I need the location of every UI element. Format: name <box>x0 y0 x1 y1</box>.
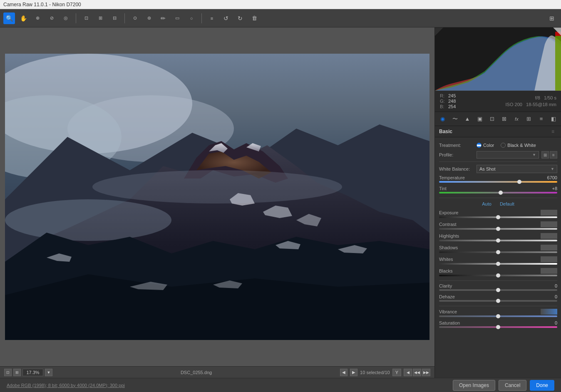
profile-list-icon[interactable]: ≡ <box>550 151 557 159</box>
hand-tool-btn[interactable]: ✋ <box>17 12 29 24</box>
toolbar-right: ⊞ <box>546 12 558 24</box>
dehaze-track[interactable] <box>439 300 557 302</box>
prev-image-btn[interactable]: ◀ <box>340 369 348 376</box>
auto-btn[interactable]: Auto <box>482 201 491 206</box>
vibrance-slider-row: Vibrance <box>435 308 561 320</box>
filmstrip-view-btn3[interactable]: ▶▶ <box>422 369 430 376</box>
image-container[interactable]: ! <box>0 27 434 366</box>
treatment-label: Treatment: <box>439 143 477 148</box>
zoom-square-btn2[interactable]: ⊞ <box>13 369 21 376</box>
adj-brush-btn[interactable]: ✏ <box>157 12 169 24</box>
dehaze-thumb[interactable] <box>496 299 500 303</box>
whites-value <box>541 256 557 262</box>
color-radio[interactable] <box>477 143 482 148</box>
temperature-track[interactable] <box>439 181 557 183</box>
trash-btn[interactable]: 🗑 <box>248 12 260 24</box>
crop-btn[interactable]: ⊡ <box>80 12 92 24</box>
radial-filter-btn[interactable]: ○ <box>186 12 197 24</box>
straighten-btn[interactable]: ⊞ <box>94 12 106 24</box>
split-toning-tool[interactable]: ▣ <box>475 114 485 124</box>
dehaze-slider-row: Dehaze 0 <box>435 293 561 304</box>
next-image-btn[interactable]: ▶ <box>350 369 357 376</box>
highlights-track[interactable] <box>439 240 557 241</box>
default-btn[interactable]: Default <box>500 201 514 206</box>
profile-grid-icon[interactable]: ⊞ <box>541 151 549 159</box>
contrast-thumb[interactable] <box>496 227 500 231</box>
detail-tool[interactable]: ⊡ <box>487 114 497 124</box>
filmstrip-view-btn1[interactable]: ◀ <box>404 369 412 376</box>
tint-track[interactable] <box>439 192 557 194</box>
done-btn[interactable]: Done <box>530 380 554 391</box>
blacks-value <box>541 268 557 274</box>
targeted-adj-btn[interactable]: ◎ <box>60 12 72 24</box>
rgb-values: R: 245 G: 248 B: 254 <box>440 93 456 109</box>
vibrance-track[interactable] <box>439 315 557 317</box>
filmstrip-view-btn2[interactable]: ◀◀ <box>413 369 421 376</box>
color-option-label: Color <box>483 143 494 148</box>
exposure-thumb[interactable] <box>496 215 500 219</box>
tint-thumb[interactable] <box>499 191 503 195</box>
shadows-thumb[interactable] <box>496 250 500 254</box>
rotate-cw-btn[interactable]: ↻ <box>234 12 246 24</box>
profile-dropdown[interactable]: ▼ <box>477 151 539 159</box>
whites-slider-row: Whites <box>435 256 561 267</box>
blacks-track[interactable] <box>439 275 557 276</box>
cancel-btn[interactable]: Cancel <box>499 380 526 391</box>
graduated-filter-btn[interactable]: ▭ <box>171 12 183 24</box>
fullscreen-btn[interactable]: ⊞ <box>546 12 558 24</box>
transform-btn[interactable]: ⊟ <box>109 12 120 24</box>
bottom-buttons: Open Images Cancel Done <box>453 380 554 391</box>
wb-label: White Balance: <box>439 166 477 171</box>
shadows-track[interactable] <box>439 251 557 253</box>
color-radio-option[interactable]: Color <box>477 143 494 148</box>
histogram-chart <box>435 27 561 91</box>
temperature-thumb[interactable] <box>517 180 521 184</box>
highlights-thumb[interactable] <box>496 238 500 243</box>
blacks-thumb[interactable] <box>496 273 500 278</box>
saturation-value: 0 <box>541 320 557 325</box>
saturation-track[interactable] <box>439 326 557 328</box>
temperature-slider-row: Temperature 6700 <box>435 174 561 185</box>
wb-dropdown[interactable]: As Shot ▼ <box>477 165 557 173</box>
wb-tool-btn[interactable]: ⊕ <box>32 12 43 24</box>
clarity-track[interactable] <box>439 289 557 291</box>
zoom-dropdown-btn[interactable]: ▼ <box>45 369 52 376</box>
zoom-square-btn1[interactable]: ⊡ <box>4 369 12 376</box>
clarity-slider-row: Clarity 0 <box>435 283 561 293</box>
bw-radio[interactable] <box>501 143 506 148</box>
clarity-thumb[interactable] <box>496 288 500 292</box>
tone-curve-tool[interactable]: 〜 <box>450 114 460 124</box>
file-info[interactable]: Adobe RGB (1998); 8 bit; 6000 by 4000 (2… <box>7 383 125 388</box>
exposure-value <box>541 210 557 216</box>
color-sampler-btn[interactable]: ⊘ <box>46 12 57 24</box>
basic-panel-tool[interactable]: ◉ <box>438 114 448 124</box>
red-eye-btn[interactable]: ⊛ <box>143 12 155 24</box>
contrast-track[interactable] <box>439 228 557 230</box>
snapshots-tool[interactable]: ◧ <box>549 114 559 124</box>
panel-menu-icon[interactable]: ≡ <box>551 129 557 134</box>
vibrance-thumb[interactable] <box>496 314 500 318</box>
rotate-ccw-btn[interactable]: ↺ <box>220 12 232 24</box>
rating-btn[interactable]: Y <box>392 369 401 376</box>
calibration-tool[interactable]: ⊞ <box>524 114 534 124</box>
saturation-thumb[interactable] <box>496 325 500 329</box>
presets-btn[interactable]: ≡ <box>206 12 218 24</box>
fx-tool[interactable]: fx <box>511 114 521 124</box>
treatment-control: Color Black & White <box>477 143 557 148</box>
photo-canvas[interactable]: ! <box>5 54 429 340</box>
exposure-track[interactable] <box>439 216 557 218</box>
zoom-tool-btn[interactable]: 🔍 <box>3 12 15 24</box>
panel-tools-row: ◉ 〜 ▲ ▣ ⊡ ⊠ fx ⊞ ≡ ◧ <box>435 112 561 126</box>
blacks-label: Blacks <box>439 268 452 273</box>
hsl-tool[interactable]: ▲ <box>462 114 472 124</box>
panel-content[interactable]: Treatment: Color Black & White <box>435 137 561 378</box>
open-images-btn[interactable]: Open Images <box>453 380 495 391</box>
whites-thumb[interactable] <box>496 262 500 266</box>
presets-panel-tool[interactable]: ≡ <box>536 114 546 124</box>
lens-corrections-tool[interactable]: ⊠ <box>499 114 509 124</box>
bw-radio-option[interactable]: Black & White <box>501 143 536 148</box>
whites-track[interactable] <box>439 263 557 265</box>
highlights-label: Highlights <box>439 233 459 238</box>
spot-removal-btn[interactable]: ⊙ <box>129 12 141 24</box>
highlights-slider-row: Highlights <box>435 232 561 244</box>
